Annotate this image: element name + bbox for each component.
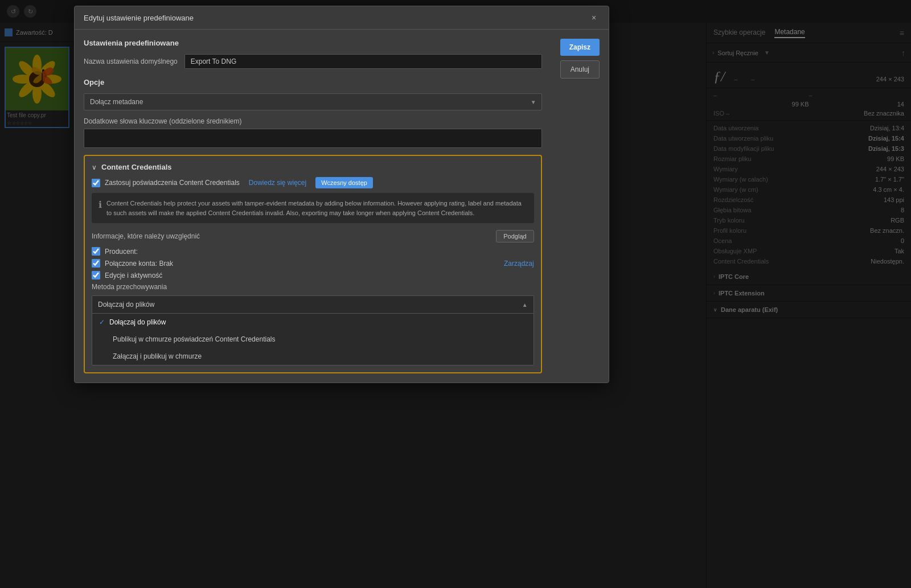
cc-info-row: Informacje, które należy uwzględnić Podg… (92, 230, 534, 242)
keywords-input[interactable] (84, 129, 542, 148)
cancel-button[interactable]: Anuluj (560, 60, 600, 79)
cc-learn-more-link[interactable]: Dowiedz się więcej (249, 179, 306, 187)
cc-option-3-label: Załączaj i publikuj w chmurze (113, 352, 202, 360)
cc-checkbox-row: Zastosuj poświadczenia Content Credentia… (92, 177, 534, 188)
cc-edycje-row: Edycje i aktywność (92, 271, 534, 279)
cc-option-3[interactable]: Załączaj i publikuj w chmurze (92, 348, 534, 365)
cc-checkbox-label: Zastosuj poświadczenia Content Credentia… (105, 179, 240, 187)
cc-dropdown-arrow: ▲ (522, 302, 528, 308)
cc-info-icon: ℹ (99, 199, 102, 217)
cc-option-1[interactable]: ✓ Dołączaj do plików (92, 314, 534, 331)
metadata-dropdown-wrapper[interactable]: Dołącz metadane (84, 93, 542, 110)
cc-edycje-checkbox[interactable] (92, 271, 100, 279)
edit-preset-dialog: Edytuj ustawienie predefiniowane × Ustaw… (74, 6, 609, 383)
opcje-title: Opcje (84, 78, 542, 87)
metadata-dropdown[interactable]: Dołącz metadane (84, 93, 542, 110)
cc-option-2[interactable]: Publikuj w chmurze poświadczeń Content C… (92, 331, 534, 348)
cc-early-access-button[interactable]: Wczesny dostęp (315, 177, 373, 188)
cc-konta-checkbox[interactable] (92, 259, 100, 268)
cc-option-1-check: ✓ (99, 318, 105, 326)
cc-expand-chevron[interactable]: ∨ (92, 163, 97, 171)
dialog-body: Ustawienia predefiniowane Nazwa ustawien… (75, 30, 609, 383)
cc-dropdown-options: ✓ Dołączaj do plików Publikuj w chmurze … (92, 314, 534, 365)
save-button[interactable]: Zapisz (560, 39, 600, 56)
cc-storage-label: Metoda przechowywania (92, 283, 534, 291)
preset-row: Nazwa ustawienia domyślnego (84, 54, 542, 69)
preset-name-input[interactable] (184, 54, 542, 69)
opcje-section: Opcje Dołącz metadane Dodatkowe słowa kl… (84, 78, 542, 148)
cc-edycje-label: Edycje i aktywność (105, 272, 162, 279)
cc-dropdown-wrapper: Dołączaj do plików ▲ ✓ Dołączaj do plikó… (92, 295, 534, 365)
keywords-label: Dodatkowe słowa kluczowe (oddzielone śre… (84, 117, 542, 125)
cc-header: ∨ Content Credentials (92, 163, 534, 171)
content-credentials-section: ∨ Content Credentials Zastosuj poświadcz… (84, 155, 542, 373)
cc-include-label: Informacje, które należy uwzględnić (92, 232, 200, 240)
cc-enable-checkbox[interactable] (92, 179, 100, 187)
dialog-titlebar: Edytuj ustawienie predefiniowane × (75, 6, 609, 30)
cc-manage-link[interactable]: Zarządzaj (504, 260, 534, 268)
cc-selected-option: Dołączaj do plików (98, 301, 154, 309)
cc-producent-row: Producent: (92, 247, 534, 256)
dialog-main: Ustawienia predefiniowane Nazwa ustawien… (75, 30, 551, 383)
dialog-title: Edytuj ustawienie predefiniowane (84, 14, 194, 22)
cc-info-box: ℹ Content Credentials help protect your … (92, 193, 534, 223)
dialog-scroll-area[interactable]: Ustawienia predefiniowane Nazwa ustawien… (75, 30, 551, 383)
preset-name-label: Nazwa ustawienia domyślnego (84, 57, 178, 65)
cc-konta-row: Połączone konta: Brak Zarządzaj (92, 259, 534, 268)
cc-info-text: Content Credentials help protect your as… (106, 199, 527, 217)
cc-producent-label: Producent: (105, 248, 138, 256)
section1-title: Ustawienia predefiniowane (84, 39, 542, 47)
cc-preview-button[interactable]: Podgląd (496, 230, 534, 242)
cc-option-2-label: Publikuj w chmurze poświadczeń Content C… (113, 335, 275, 343)
dialog-close-button[interactable]: × (588, 12, 600, 23)
dialog-actions: Zapisz Anuluj (551, 30, 609, 383)
cc-section-title: Content Credentials (101, 163, 172, 171)
cc-producent-checkbox[interactable] (92, 247, 100, 256)
cc-konta-label: Połączone konta: Brak (105, 260, 173, 268)
cc-option-1-label: Dołączaj do plików (109, 318, 166, 326)
cc-storage-dropdown[interactable]: Dołączaj do plików ▲ (92, 295, 534, 314)
